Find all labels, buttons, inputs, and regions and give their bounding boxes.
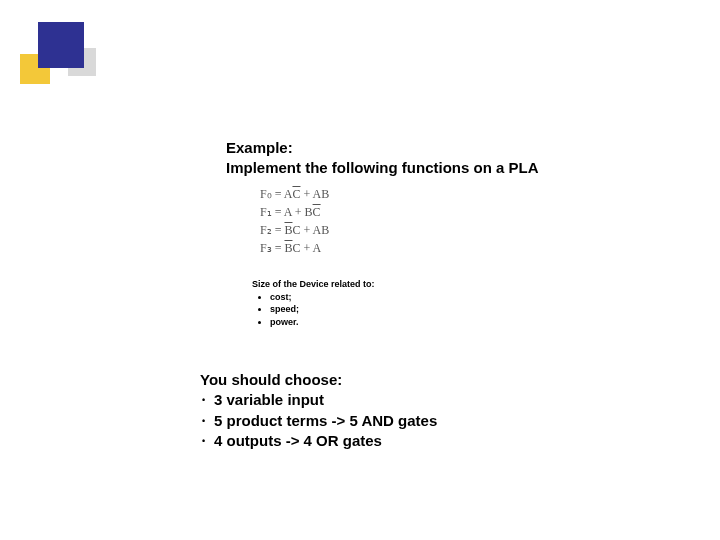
size-item: power.: [270, 316, 375, 329]
slide-logo: [20, 22, 110, 102]
choose-block: You should choose: 3 variable input 5 pr…: [200, 370, 437, 451]
equation-f1: F₁ = A + BC: [260, 203, 329, 221]
size-item: cost;: [270, 291, 375, 304]
choose-item: 5 product terms -> 5 AND gates: [216, 411, 437, 431]
choose-heading: You should choose:: [200, 370, 437, 390]
size-block: Size of the Device related to: cost; spe…: [252, 278, 375, 328]
equation-f3: F₃ = BC + A: [260, 239, 329, 257]
equation-f2: F₂ = BC + AB: [260, 221, 329, 239]
slide-title: Example: Implement the following functio…: [226, 138, 539, 177]
size-item: speed;: [270, 303, 375, 316]
logo-square-blue: [38, 22, 84, 68]
title-line-1: Example:: [226, 138, 539, 158]
choose-item: 3 variable input: [216, 390, 437, 410]
size-heading: Size of the Device related to:: [252, 278, 375, 291]
choose-list: 3 variable input 5 product terms -> 5 AN…: [200, 390, 437, 451]
choose-item: 4 outputs -> 4 OR gates: [216, 431, 437, 451]
equation-f0: F₀ = AC + AB: [260, 185, 329, 203]
size-list: cost; speed; power.: [252, 291, 375, 329]
title-line-2: Implement the following functions on a P…: [226, 158, 539, 178]
equations-block: F₀ = AC + AB F₁ = A + BC F₂ = BC + AB F₃…: [260, 185, 329, 257]
